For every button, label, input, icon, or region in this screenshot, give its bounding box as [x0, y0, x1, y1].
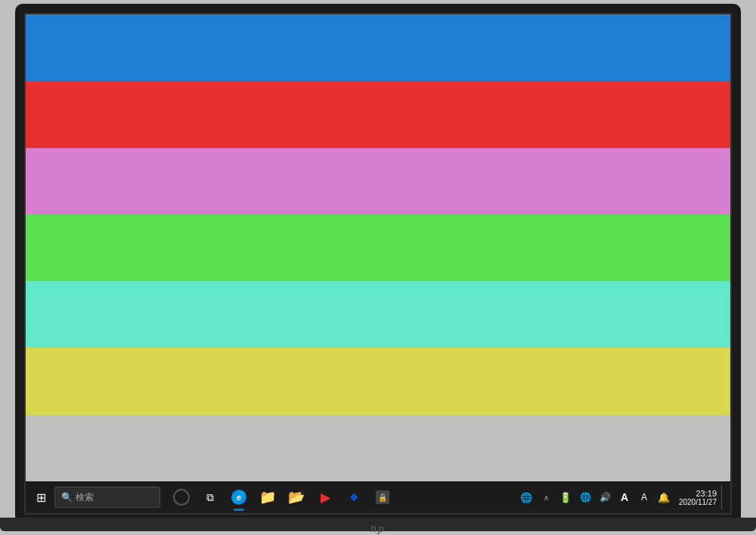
- tray-overflow-button[interactable]: ∧: [537, 487, 555, 508]
- keyboard-language-label: A: [621, 491, 628, 503]
- dropbox-icon: ❖: [349, 491, 359, 503]
- shield-app-icon: 🔒: [376, 490, 389, 504]
- volume-tray-icon[interactable]: 🔊: [596, 487, 614, 508]
- folder-icon: 📂: [288, 489, 305, 506]
- taskbar: ⊞ 🔍 検索 ⧉: [26, 481, 730, 513]
- green-bar: [26, 215, 730, 281]
- hp-logo: hp: [370, 523, 386, 534]
- cortana-icon: [173, 489, 190, 506]
- clock-time: 23:19: [696, 489, 717, 498]
- keyboard-tray-icon[interactable]: A: [615, 487, 634, 508]
- system-tray: 🌐 ∧ 🔋 🌐 🔊: [517, 485, 727, 509]
- task-view-icon: ⧉: [206, 491, 214, 504]
- globe-tray-icon[interactable]: 🌐: [576, 487, 594, 508]
- color-test-bars: [26, 14, 730, 481]
- clock-display[interactable]: 23:19 2020/11/27: [674, 489, 720, 506]
- network-tray-icon[interactable]: 🌐: [517, 487, 535, 508]
- taskbar-left: ⊞ 🔍 検索: [29, 485, 160, 509]
- language-tray-icon[interactable]: A: [635, 487, 653, 508]
- start-button[interactable]: ⊞: [29, 485, 53, 509]
- explorer-button[interactable]: 📁: [254, 484, 281, 511]
- windows-icon: ⊞: [36, 490, 46, 505]
- gray-bar: [26, 415, 730, 481]
- task-view-button[interactable]: ⧉: [197, 484, 224, 511]
- search-box[interactable]: 🔍 検索: [54, 487, 160, 508]
- search-icon: 🔍: [61, 492, 73, 503]
- chevron-up-icon: ∧: [544, 493, 549, 502]
- explorer-icon: 📁: [259, 489, 276, 506]
- language-label: A: [641, 492, 647, 503]
- folder-button[interactable]: 📂: [283, 484, 310, 511]
- laptop-screen: ⊞ 🔍 検索 ⧉: [15, 4, 741, 518]
- clock-date: 2020/11/27: [679, 498, 717, 506]
- show-desktop-button[interactable]: [721, 485, 727, 509]
- taskbar-pinned-apps: ⧉ e 📁 📂 ▶: [168, 484, 396, 511]
- notification-icon: 🔔: [658, 492, 670, 503]
- wifi-icon: 🌐: [520, 492, 532, 503]
- edge-button[interactable]: e: [225, 484, 253, 511]
- battery-icon: 🔋: [559, 492, 572, 503]
- battery-tray-icon[interactable]: 🔋: [556, 487, 575, 508]
- pink-bar: [26, 148, 730, 215]
- globe-icon: 🌐: [580, 492, 591, 503]
- cyan-bar: [26, 281, 730, 348]
- blue-bar: [26, 14, 730, 81]
- search-label: 検索: [76, 491, 94, 504]
- shield-button[interactable]: 🔒: [369, 484, 396, 511]
- cortana-button[interactable]: [168, 484, 195, 511]
- yellow-bar: [26, 348, 730, 414]
- edge-icon: e: [231, 490, 246, 505]
- dropbox-button[interactable]: ❖: [340, 484, 367, 511]
- monitor-display: ⊞ 🔍 検索 ⧉: [24, 13, 732, 515]
- red-bar: [26, 81, 730, 147]
- av-icon: ▶: [321, 490, 330, 505]
- volume-icon: 🔊: [600, 492, 611, 503]
- av-button[interactable]: ▶: [311, 484, 339, 511]
- notification-button[interactable]: 🔔: [655, 487, 673, 508]
